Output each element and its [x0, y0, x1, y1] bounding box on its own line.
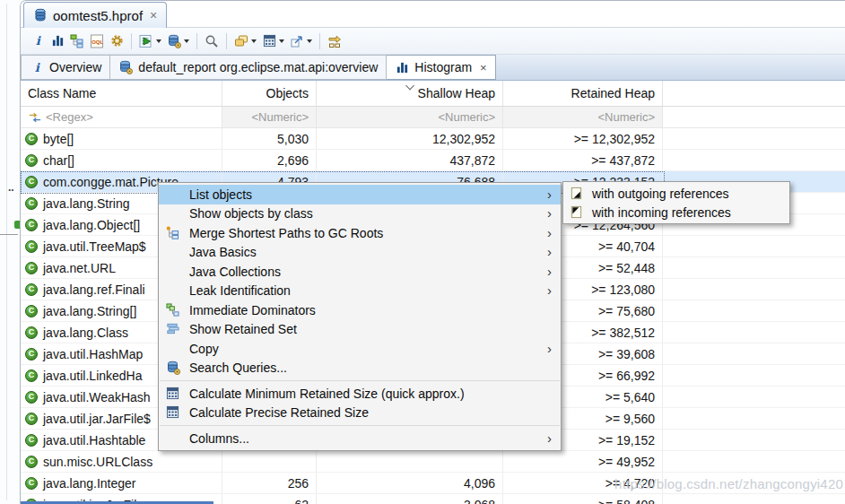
column-header-label: Objects — [266, 86, 309, 100]
customize-icon[interactable] — [107, 32, 126, 50]
table-row[interactable]: sun.misc.URLClass>= 49,952 — [21, 451, 845, 473]
column-header-shallow-heap[interactable]: Shallow Heap — [317, 81, 503, 106]
class-icon — [25, 154, 38, 167]
export-icon[interactable] — [287, 32, 315, 50]
info-icon: i — [30, 60, 44, 74]
svg-text:i: i — [34, 61, 39, 74]
search-icon[interactable] — [202, 32, 222, 50]
column-header-retained-heap[interactable]: Retained Heap — [503, 81, 663, 106]
watermark: https://blog.csdn.net/zhangcongyi420 — [614, 476, 843, 491]
class-name: java.util.jar.JarFile$ — [43, 412, 151, 426]
objects-cell: 5,030 — [222, 128, 317, 149]
submenu-arrow-icon: › — [547, 245, 552, 258]
class-name: java.lang.String — [43, 196, 130, 211]
dominator-tree-icon[interactable] — [67, 32, 87, 50]
dropdown-caret-icon[interactable] — [279, 39, 284, 43]
menu-item-merge-shortest-paths-to-gc-roots[interactable]: Merge Shortest Paths to GC Roots› — [159, 223, 561, 243]
objects-cell — [222, 451, 317, 472]
calculator-icon[interactable] — [259, 32, 287, 50]
outgoing-reference-icon — [570, 187, 584, 201]
menu-item-calculate-precise-retained-size[interactable]: Calculate Precise Retained Size — [159, 404, 561, 423]
view-tabbar: iOverviewdefault_report org.eclipse.mat.… — [21, 55, 845, 81]
close-icon[interactable]: × — [150, 8, 157, 22]
retained-heap-cell: >= 58,408 — [503, 494, 663, 504]
table-row[interactable]: char[]2,696437,872>= 437,872 — [21, 150, 845, 171]
class-name: java.lang.Object[] — [43, 218, 140, 232]
submenu-arrow-icon: › — [547, 187, 552, 201]
shallow-heap-cell: 3,068 — [317, 494, 503, 504]
submenu-arrow-icon: › — [547, 283, 552, 297]
tab-overview[interactable]: iOverview — [21, 55, 110, 80]
table-header-row: Class NameObjectsShallow HeapRetained He… — [21, 81, 845, 107]
menu-item-java-collections[interactable]: Java Collections› — [159, 262, 561, 282]
menu-item-calculate-minimum-retained-size-quick-approx[interactable]: Calculate Minimum Retained Size (quick a… — [159, 384, 561, 404]
class-name: java.lang.Class — [43, 326, 128, 340]
info-icon[interactable]: i — [28, 32, 48, 50]
submenu-arrow-icon: › — [547, 431, 552, 445]
oql-icon[interactable]: OQL — [87, 32, 107, 50]
calculator-icon — [166, 405, 180, 420]
column-header-class-name[interactable]: Class Name — [21, 81, 222, 106]
class-name: char[] — [43, 153, 74, 168]
filter-cell-retained-heap[interactable]: <Numeric> — [503, 107, 663, 127]
menu-item-leak-identification[interactable]: Leak Identification› — [159, 282, 561, 301]
menu-item-java-basics[interactable]: Java Basics› — [159, 243, 561, 263]
class-name: byte[] — [43, 132, 74, 146]
svg-text:OQL: OQL — [91, 39, 103, 44]
context-menu: List objects›Show objects by class›Merge… — [158, 182, 562, 451]
close-icon[interactable]: × — [480, 61, 487, 74]
toolbar-separator — [226, 33, 227, 49]
sidebar-rule — [0, 234, 18, 235]
menu-item-list-objects[interactable]: List objects› — [159, 185, 561, 204]
objects-cell: 2,696 — [222, 150, 317, 170]
class-icon — [25, 413, 38, 425]
tab-histogram[interactable]: Histogram× — [387, 55, 495, 80]
column-header-label: Class Name — [28, 86, 96, 100]
shallow-heap-cell: 437,872 — [317, 150, 503, 170]
class-name: java.util.WeakHash — [43, 390, 151, 404]
dropdown-caret-icon[interactable] — [156, 39, 161, 43]
filter-cell-class-name[interactable]: <Regex> — [21, 107, 222, 127]
table-row[interactable]: byte[]5,03012,302,952>= 12,302,952 — [21, 128, 845, 150]
objects-cell: 62 — [222, 494, 317, 504]
shallow-heap-cell: 12,302,952 — [317, 128, 503, 149]
menu-item-immediate-dominators[interactable]: Immediate Dominators — [159, 300, 561, 320]
class-icon — [25, 369, 38, 382]
tab-default-report[interactable]: default_report org.eclipse.mat.api:overv… — [110, 55, 387, 80]
toolbar-separator — [319, 33, 320, 49]
class-name-cell: char[] — [21, 150, 222, 170]
menu-item-search-queries[interactable]: Search Queries... — [159, 359, 561, 378]
filter-placeholder: <Numeric> — [251, 110, 309, 124]
class-name: java.lang.String[] — [43, 304, 136, 318]
submenu-item-with-incoming-references[interactable]: with incoming references — [563, 203, 789, 222]
editor-tab-oomtest5[interactable]: oomtest5.hprof × — [23, 2, 167, 28]
histogram-icon[interactable] — [48, 32, 67, 50]
run-report-icon[interactable] — [136, 32, 164, 50]
class-name: java.util.Hashtable — [43, 433, 145, 448]
dropdown-caret-icon[interactable] — [184, 39, 189, 43]
query-browser-icon[interactable] — [164, 32, 192, 50]
menu-item-show-retained-set[interactable]: Show Retained Set — [159, 320, 561, 340]
retained-heap-cell: >= 12,302,952 — [503, 128, 663, 149]
menu-item-show-objects-by-class[interactable]: Show objects by class› — [159, 204, 561, 224]
class-icon — [25, 305, 38, 317]
dominators-icon — [166, 303, 180, 317]
group-icon[interactable] — [231, 32, 259, 50]
column-header-objects[interactable]: Objects — [222, 81, 317, 106]
dropdown-caret-icon[interactable] — [307, 39, 312, 43]
column-header-label: Shallow Heap — [418, 86, 495, 100]
class-icon — [25, 348, 38, 361]
menu-item-columns[interactable]: Columns...› — [159, 429, 561, 448]
menu-item-copy[interactable]: Copy› — [159, 339, 561, 359]
submenu-item-with-outgoing-references[interactable]: with outgoing references — [563, 184, 789, 203]
class-icon — [25, 240, 38, 253]
class-icon — [25, 391, 38, 404]
filter-cell-shallow-heap[interactable]: <Numeric> — [317, 107, 503, 127]
compare-icon[interactable] — [325, 32, 344, 50]
class-icon — [25, 133, 38, 145]
filter-cell-objects[interactable]: <Numeric> — [222, 107, 317, 127]
histogram-icon — [395, 60, 409, 74]
dropdown-caret-icon[interactable] — [251, 39, 257, 43]
filter-icon — [28, 110, 42, 125]
calculator-icon — [166, 387, 180, 401]
